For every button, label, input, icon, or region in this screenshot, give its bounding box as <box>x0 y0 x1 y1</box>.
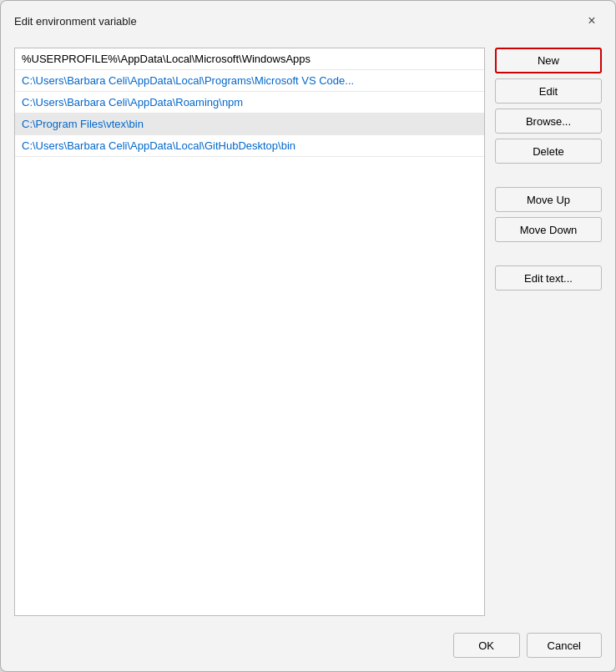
edit-text-button[interactable]: Edit text... <box>495 265 602 291</box>
dialog-footer: OK Cancel <box>1 626 615 671</box>
move-up-button[interactable]: Move Up <box>495 187 602 212</box>
list-item[interactable]: C:\Users\Barbara Celi\AppData\Roaming\np… <box>15 92 484 114</box>
spacer1 <box>495 169 602 182</box>
delete-button[interactable]: Delete <box>495 139 602 164</box>
dialog-title: Edit environment variable <box>14 15 137 28</box>
list-item[interactable]: C:\Program Files\vtex\bin <box>15 114 484 135</box>
title-bar: Edit environment variable × <box>1 1 615 38</box>
dialog-body: %USERPROFILE%\AppData\Local\Microsoft\Wi… <box>1 38 615 626</box>
list-item[interactable]: C:\Users\Barbara Celi\AppData\Local\GitH… <box>15 135 484 157</box>
cancel-button[interactable]: Cancel <box>527 633 602 658</box>
close-button[interactable]: × <box>582 11 602 31</box>
browse-button[interactable]: Browse... <box>495 109 602 134</box>
spacer2 <box>495 247 602 260</box>
ok-button[interactable]: OK <box>453 633 520 658</box>
list-item[interactable]: %USERPROFILE%\AppData\Local\Microsoft\Wi… <box>15 48 484 70</box>
buttons-panel: New Edit Browse... Delete Move Up Move D… <box>495 48 602 616</box>
move-down-button[interactable]: Move Down <box>495 217 602 242</box>
env-var-list[interactable]: %USERPROFILE%\AppData\Local\Microsoft\Wi… <box>14 48 485 616</box>
list-item[interactable]: C:\Users\Barbara Celi\AppData\Local\Prog… <box>15 70 484 92</box>
edit-env-variable-dialog: Edit environment variable × %USERPROFILE… <box>0 0 616 672</box>
edit-button[interactable]: Edit <box>495 78 602 104</box>
new-button[interactable]: New <box>495 48 602 73</box>
